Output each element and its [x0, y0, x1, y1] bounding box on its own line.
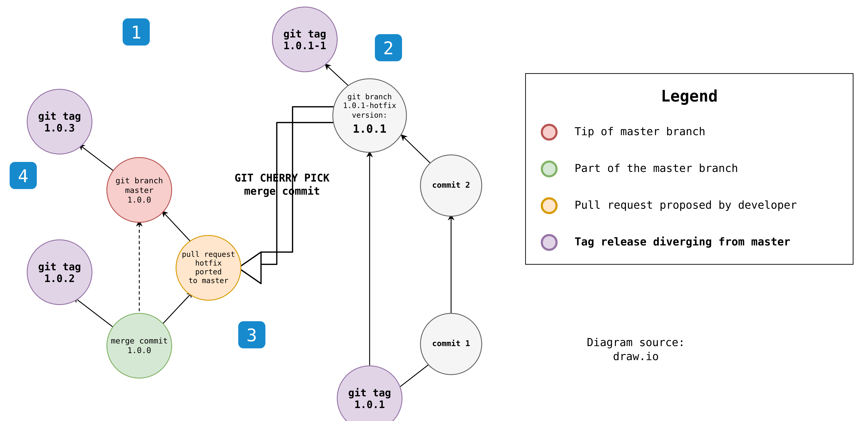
edge-hotfix-to-tag1011 — [325, 64, 351, 88]
tag-101-l2: 1.0.1 — [354, 398, 385, 411]
legend-i4: Tag release diverging from master — [575, 235, 790, 248]
tag-103-l2: 1.0.3 — [44, 122, 75, 134]
legend-i2: Part of the master branch — [575, 162, 738, 174]
edge-c2-to-hotfix — [401, 135, 433, 165]
commit-2-l1: commit 2 — [432, 180, 470, 190]
node-merge-commit: merge commit 1.0.0 — [107, 313, 172, 378]
step-badge-4: 4 — [10, 162, 37, 189]
step-2-text: 2 — [383, 38, 394, 59]
merge-commit-l2: 1.0.0 — [127, 346, 151, 355]
tag-102-l1: git tag — [38, 261, 81, 273]
diagram-source: Diagram source: draw.io — [587, 336, 685, 363]
pr-hotfix-l3: ported — [195, 267, 222, 276]
tag-101-l1: git tag — [348, 387, 391, 399]
node-commit-2: commit 2 — [421, 155, 482, 216]
tag-102-l2: 1.0.2 — [44, 272, 75, 285]
footer-l2: draw.io — [613, 350, 659, 363]
edge-tag101-to-c1 — [398, 361, 433, 389]
cherry-pick-l1: GIT CHERRY PICK — [235, 172, 330, 184]
git-flow-diagram: git tag 1.0.3 git tag 1.0.2 git branch m… — [0, 0, 868, 421]
svg-point-16 — [542, 162, 557, 176]
svg-point-15 — [542, 125, 557, 139]
step-badge-1: 1 — [123, 19, 150, 45]
edge-merge-to-pr — [159, 292, 193, 327]
legend-title: Legend — [661, 87, 718, 105]
legend-i3: Pull request proposed by developer — [575, 198, 797, 211]
step-4-text: 4 — [18, 166, 28, 186]
step-3-text: 3 — [246, 325, 257, 346]
node-git-tag-103: git tag 1.0.3 — [27, 89, 92, 154]
branch-master-l3: 1.0.0 — [127, 195, 151, 204]
node-git-tag-101-1: git tag 1.0.1-1 — [272, 7, 337, 72]
branch-hotfix-l4: 1.0.1 — [353, 122, 386, 135]
branch-master-l1: git branch — [116, 176, 163, 185]
node-branch-master: git branch master 1.0.0 — [107, 158, 172, 222]
step-badge-3: 3 — [238, 321, 266, 348]
edge-merge-to-tag102 — [73, 297, 119, 332]
legend-panel: Legend Tip of master branch Part of the … — [526, 73, 853, 264]
node-pull-request-hotfix: pull request hotfix ported to master — [176, 235, 241, 300]
svg-point-17 — [542, 198, 557, 213]
tag-101-1-l2: 1.0.1-1 — [283, 40, 326, 52]
step-badge-2: 2 — [375, 34, 402, 61]
legend-item-pull-request: Pull request proposed by developer — [542, 198, 797, 213]
svg-point-18 — [542, 235, 557, 250]
step-1-text: 1 — [131, 22, 142, 43]
legend-item-tag-release: Tag release diverging from master — [542, 235, 790, 250]
pr-hotfix-l4: to master — [188, 276, 228, 285]
edge-pr-to-master — [162, 211, 193, 244]
cherry-pick-l2: merge commit — [244, 185, 320, 197]
branch-hotfix-l2: 1.0.1-hotfix — [343, 101, 396, 110]
node-branch-hotfix: git branch 1.0.1-hotfix version: 1.0.1 — [333, 79, 406, 152]
commit-1-l1: commit 1 — [432, 339, 470, 348]
edge-master-to-tag103 — [79, 144, 116, 172]
legend-i1: Tip of master branch — [575, 125, 706, 138]
node-git-tag-102: git tag 1.0.2 — [27, 240, 92, 304]
branch-master-l2: master — [125, 186, 154, 195]
pr-hotfix-l1: pull request — [182, 250, 235, 259]
node-commit-1: commit 1 — [421, 313, 482, 375]
branch-hotfix-l3: version: — [352, 111, 387, 119]
tag-103-l1: git tag — [38, 110, 81, 122]
merge-commit-l1: merge commit — [111, 336, 168, 345]
tag-101-1-l1: git tag — [283, 28, 326, 40]
branch-hotfix-l1: git branch — [347, 92, 392, 101]
node-git-tag-101: git tag 1.0.1 — [337, 366, 402, 421]
footer-l1: Diagram source: — [587, 336, 685, 349]
pr-hotfix-l2: hotfix — [195, 259, 222, 267]
